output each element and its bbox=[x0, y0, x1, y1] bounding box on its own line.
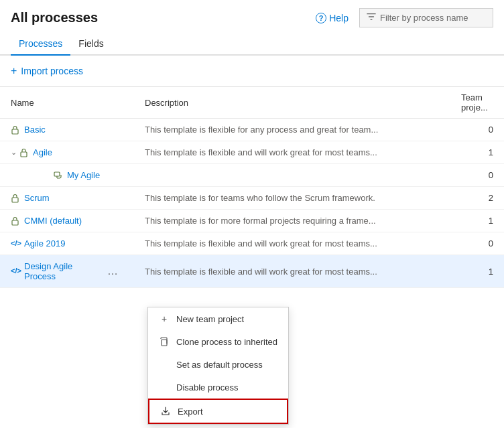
process-name-cell: </> Design Agile Process … bbox=[0, 255, 134, 288]
process-desc-cell: This template is flexible and will work … bbox=[134, 255, 450, 288]
import-process-button[interactable]: + Import process bbox=[11, 62, 83, 80]
process-team-count: 0 bbox=[450, 232, 504, 255]
process-name-cell: </> Agile 2019 bbox=[0, 232, 134, 255]
plus-icon: + bbox=[11, 65, 17, 77]
process-desc-cell: This template is for teams who follow th… bbox=[134, 187, 450, 210]
process-name-cell: My Agile bbox=[0, 164, 134, 187]
tab-fields[interactable]: Fields bbox=[70, 33, 111, 56]
help-link[interactable]: ? Help bbox=[316, 13, 349, 23]
col-header-name: Name bbox=[0, 87, 134, 119]
processes-table: Name Description Team proje... bbox=[0, 87, 504, 288]
process-name-link[interactable]: Scrum bbox=[24, 193, 50, 203]
process-desc-cell: This template is flexible and will work … bbox=[134, 232, 450, 255]
svg-rect-4 bbox=[12, 220, 18, 225]
table-row: ⌄ Agile This template is flexible and wi… bbox=[0, 141, 504, 164]
custom-process-icon: </> bbox=[11, 239, 20, 248]
process-team-count: 1 bbox=[450, 210, 504, 232]
table-row: Scrum This template is for teams who fol… bbox=[0, 187, 504, 210]
process-name-link[interactable]: CMMI (default) bbox=[24, 216, 82, 226]
import-label: Import process bbox=[21, 66, 83, 76]
col-header-team-projects: Team proje... bbox=[450, 87, 504, 119]
process-team-count: 0 bbox=[450, 164, 504, 187]
table-row: My Agile 0 bbox=[0, 164, 504, 187]
svg-rect-2 bbox=[54, 172, 60, 176]
process-name-cell: Basic bbox=[0, 119, 134, 141]
lock-icon bbox=[11, 216, 20, 226]
process-name-cell: ⌄ Agile bbox=[0, 141, 134, 164]
svg-rect-3 bbox=[12, 198, 18, 202]
process-team-count: 2 bbox=[450, 187, 504, 210]
process-name-link[interactable]: My Agile bbox=[67, 170, 100, 180]
expand-chevron[interactable]: ⌄ bbox=[11, 148, 17, 157]
toolbar: + Import process bbox=[0, 56, 504, 87]
process-name-link[interactable]: Agile bbox=[33, 147, 52, 157]
tab-processes[interactable]: Processes bbox=[11, 33, 70, 56]
process-name-cell: Scrum bbox=[0, 187, 134, 210]
process-name-cell: CMMI (default) bbox=[0, 210, 134, 232]
filter-box[interactable]: Filter by process name bbox=[359, 8, 493, 27]
page-title: All processes bbox=[11, 10, 98, 25]
process-team-count: 1 bbox=[450, 141, 504, 164]
more-options-button[interactable]: … bbox=[103, 264, 123, 279]
process-desc-cell: This template is for more formal project… bbox=[134, 210, 450, 232]
process-name-link[interactable]: Agile 2019 bbox=[24, 238, 65, 248]
svg-rect-0 bbox=[12, 129, 18, 134]
filter-placeholder-text: Filter by process name bbox=[380, 13, 468, 23]
help-label: Help bbox=[329, 13, 349, 23]
process-name-link[interactable]: Basic bbox=[24, 125, 46, 135]
process-team-count: 0 bbox=[450, 119, 504, 141]
lock-icon bbox=[11, 194, 20, 203]
table-row: CMMI (default) This template is for more… bbox=[0, 210, 504, 232]
process-desc-cell bbox=[134, 164, 450, 187]
header-actions: ? Help Filter by process name bbox=[316, 8, 493, 27]
inherit-icon bbox=[54, 171, 63, 180]
lock-icon bbox=[19, 148, 29, 157]
filter-icon bbox=[367, 12, 376, 23]
tab-bar: Processes Fields bbox=[0, 33, 504, 56]
col-header-description: Description bbox=[134, 87, 450, 119]
process-team-count: 1 bbox=[450, 255, 504, 288]
table-row: </> Design Agile Process … This template… bbox=[0, 255, 504, 288]
process-name-link[interactable]: Design Agile Process bbox=[24, 261, 98, 281]
process-desc-cell: This template is flexible and will work … bbox=[134, 141, 450, 164]
custom-process-icon: </> bbox=[11, 267, 20, 276]
table-header-row: Name Description Team proje... bbox=[0, 87, 504, 119]
help-icon: ? bbox=[316, 13, 326, 23]
process-desc-cell: This template is flexible for any proces… bbox=[134, 119, 450, 141]
lock-icon bbox=[11, 125, 20, 135]
svg-rect-1 bbox=[21, 152, 27, 157]
page-header: All processes ? Help Filter by process n… bbox=[0, 0, 504, 33]
table-row: Basic This template is flexible for any … bbox=[0, 119, 504, 141]
table-row: </> Agile 2019 This template is flexible… bbox=[0, 232, 504, 255]
